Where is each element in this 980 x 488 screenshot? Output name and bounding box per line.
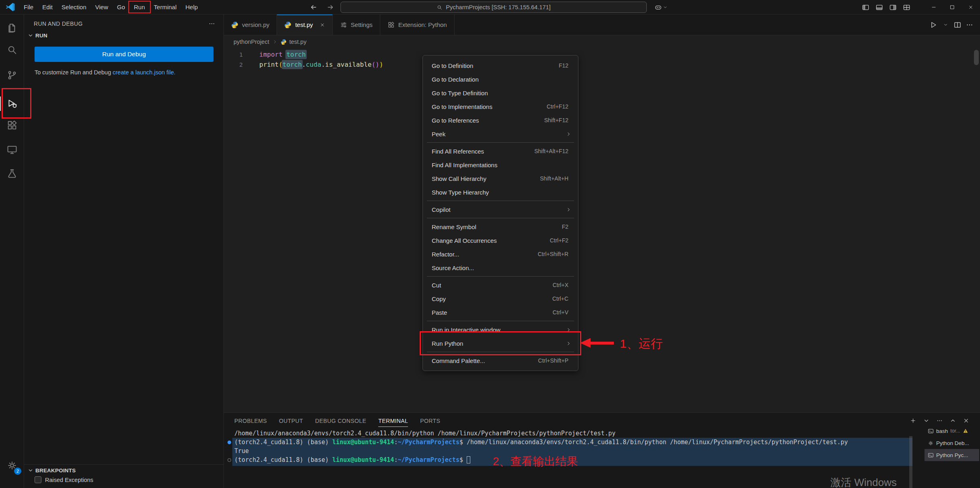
run-and-debug-button[interactable]: Run and Debug: [35, 47, 213, 62]
annotation-arrow-shaft: [590, 342, 614, 344]
code-line: 1import torch: [224, 49, 980, 59]
activity-testing[interactable]: [0, 163, 24, 184]
breadcrumb-test-py[interactable]: test.py: [289, 39, 307, 45]
breakpoint-item-raised-exceptions[interactable]: Raised Exceptions: [24, 474, 223, 488]
terminal-instance-bash[interactable]: bashtor...: [925, 425, 979, 437]
back-arrow-button[interactable]: [310, 0, 318, 14]
menu-item-change-all-occurrences[interactable]: Change All OccurrencesCtrl+F2: [423, 234, 578, 247]
menu-help[interactable]: Help: [181, 0, 202, 14]
menu-item-label: Go to References: [432, 117, 479, 124]
menu-separator: [427, 276, 574, 277]
more-actions-icon[interactable]: [208, 20, 215, 27]
menu-file[interactable]: File: [19, 0, 38, 14]
panel-tab-problems[interactable]: PROBLEMS: [234, 414, 267, 427]
tab-label: Settings: [351, 21, 373, 28]
run-options-dropdown-icon[interactable]: [940, 19, 951, 31]
activity-source-control[interactable]: [0, 65, 24, 86]
submenu-chevron-right-icon: [566, 207, 572, 213]
checkbox[interactable]: [35, 476, 41, 483]
terminal-scrollbar[interactable]: [909, 436, 912, 488]
menu-separator: [427, 142, 574, 143]
close-icon[interactable]: [320, 22, 325, 28]
menu-item-copilot[interactable]: Copilot: [423, 203, 578, 216]
menu-item-find-all-references[interactable]: Find All ReferencesShift+Alt+F12: [423, 144, 578, 158]
breakpoints-section-header[interactable]: BREAKPOINTS: [24, 466, 223, 474]
terminal-command-decoration: [224, 458, 234, 462]
toggle-panel-icon[interactable]: [872, 0, 886, 14]
command-center[interactable]: PycharmProjects [SSH: 175.155.64.171]: [340, 2, 647, 13]
menu-edit[interactable]: Edit: [38, 0, 57, 14]
menu-item-label: Cut: [432, 282, 441, 289]
launch-profile-dropdown-icon[interactable]: [923, 417, 930, 424]
menu-item-go-to-declaration[interactable]: Go to Declaration: [423, 72, 578, 86]
close-button[interactable]: [962, 0, 980, 14]
close-panel-icon[interactable]: [963, 417, 970, 424]
create-launch-json-link[interactable]: create a launch.json file.: [113, 69, 175, 76]
menu-item-go-to-type-definition[interactable]: Go to Type Definition: [423, 86, 578, 100]
terminal-instance-python-pyc[interactable]: Python Pyc...: [925, 449, 979, 461]
menu-terminal[interactable]: Terminal: [150, 0, 181, 14]
more-actions-icon[interactable]: [964, 19, 975, 31]
tab-extension-python[interactable]: Extension: Python: [380, 14, 455, 35]
menu-item-run-in-interactive-window[interactable]: Run in Interactive window: [423, 323, 578, 336]
maximize-panel-icon[interactable]: [949, 417, 956, 424]
menu-item-source-action[interactable]: Source Action...: [423, 261, 578, 275]
toggle-secondary-sidebar-icon[interactable]: [886, 0, 900, 14]
panel-tab-ports[interactable]: PORTS: [420, 414, 440, 427]
panel-tab-terminal[interactable]: TERMINAL: [378, 414, 408, 427]
copilot-button[interactable]: [652, 2, 670, 13]
menu-item-peek[interactable]: Peek: [423, 127, 578, 141]
menu-item-paste[interactable]: PasteCtrl+V: [423, 306, 578, 319]
menu-item-cut[interactable]: CutCtrl+X: [423, 278, 578, 292]
terminal-text: (torch2.4_cuda11.8) (base): [234, 455, 332, 464]
tab-settings[interactable]: Settings: [333, 14, 380, 35]
activity-manage[interactable]: 2: [0, 455, 24, 476]
terminal-text: :: [394, 438, 398, 447]
menu-item-go-to-implementations[interactable]: Go to ImplementationsCtrl+F12: [423, 100, 578, 113]
menu-item-show-type-hierarchy[interactable]: Show Type Hierarchy: [423, 185, 578, 199]
menu-run[interactable]: Run: [129, 0, 150, 14]
activity-run-and-debug[interactable]: [0, 93, 24, 114]
run-section-header[interactable]: RUN: [24, 31, 223, 39]
maximize-button[interactable]: [943, 0, 962, 14]
terminal-instance-python-deb[interactable]: Python Deb...: [925, 437, 979, 449]
editor-scrollbar[interactable]: [974, 50, 979, 65]
forward-arrow-button[interactable]: [326, 0, 334, 14]
panel-tab-output[interactable]: OUTPUT: [279, 414, 303, 427]
breadcrumb-python-project[interactable]: pythonProject: [234, 39, 269, 45]
code-editor[interactable]: 1import torch2print(torch.cuda.is_availa…: [224, 48, 980, 412]
menu-selection[interactable]: Selection: [57, 0, 91, 14]
menu-item-command-palette[interactable]: Command Palette...Ctrl+Shift+P: [423, 354, 578, 367]
menu-item-label: Show Type Hierarchy: [432, 189, 489, 196]
menu-item-go-to-definition[interactable]: Go to DefinitionF12: [423, 59, 578, 72]
tab-test-py[interactable]: test.py: [277, 14, 332, 35]
menu-item-run-python[interactable]: Run Python: [423, 336, 578, 350]
activity-extensions[interactable]: [0, 115, 24, 136]
menu-item-shortcut: Ctrl+F12: [547, 103, 568, 110]
customize-layout-icon[interactable]: [900, 0, 913, 14]
tab-version-py[interactable]: version.py: [224, 14, 277, 35]
activity-remote-explorer[interactable]: [0, 139, 24, 160]
split-editor-icon[interactable]: [952, 19, 963, 31]
activity-bar: 2: [0, 14, 24, 488]
toggle-primary-sidebar-icon[interactable]: [859, 0, 872, 14]
terminal-instance-list: bashtor...Python Deb...Python Pyc...: [925, 425, 979, 487]
menu-item-rename-symbol[interactable]: Rename SymbolF2: [423, 220, 578, 234]
new-terminal-icon[interactable]: [910, 417, 916, 424]
menu-view[interactable]: View: [91, 0, 113, 14]
minimize-button[interactable]: [925, 0, 943, 14]
menu-item-label: Command Palette...: [432, 357, 485, 364]
menu-item-show-call-hierarchy[interactable]: Show Call HierarchyShift+Alt+H: [423, 172, 578, 185]
panel-tab-debug-console[interactable]: DEBUG CONSOLE: [315, 414, 366, 427]
views-and-more-actions-icon[interactable]: [936, 417, 943, 424]
menu-item-label: Show Call Hierarchy: [432, 175, 486, 182]
activity-explorer[interactable]: [0, 18, 24, 39]
menu-item-copy[interactable]: CopyCtrl+C: [423, 292, 578, 306]
menu-item-find-all-implementations[interactable]: Find All Implementations: [423, 158, 578, 172]
menu-item-go-to-references[interactable]: Go to ReferencesShift+F12: [423, 113, 578, 127]
menu-item-refactor[interactable]: Refactor...Ctrl+Shift+R: [423, 247, 578, 261]
terminal-text: linux@ubuntu-9414: [332, 438, 394, 447]
activity-search[interactable]: [0, 39, 24, 60]
run-python-file-icon[interactable]: [928, 19, 939, 31]
menu-go[interactable]: Go: [113, 0, 129, 14]
